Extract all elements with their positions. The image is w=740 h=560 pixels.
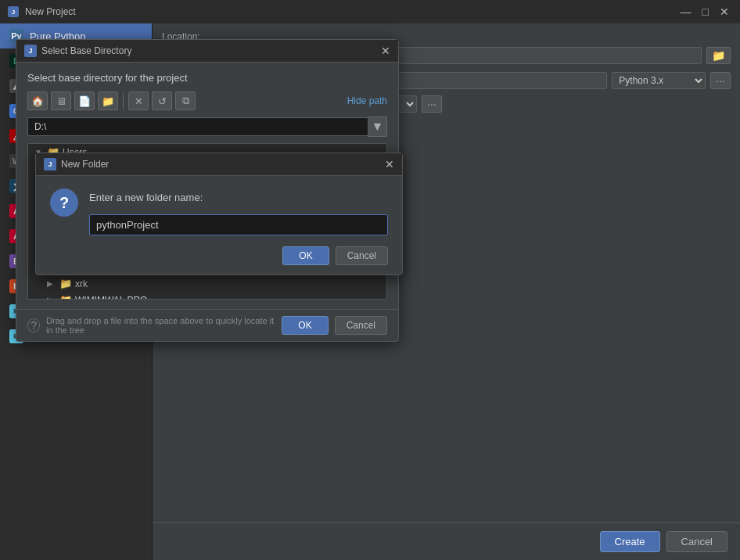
copy-path-button[interactable]: ⧉ <box>175 92 196 110</box>
interpreter-select[interactable]: Python 3.x <box>612 72 706 89</box>
footer-note: Drag and drop a file into the space abov… <box>46 316 282 335</box>
new-folder-label: Enter a new folder name: <box>89 188 388 203</box>
new-folder-body: ? Enter a new folder name: OK Cancel <box>36 176 402 275</box>
delete-button[interactable]: ✕ <box>128 92 149 110</box>
bottom-buttons: Create Cancel <box>153 522 740 560</box>
minimize-button[interactable]: — <box>677 5 695 18</box>
base-dir-title-bar: J Select Base Directory ✕ <box>16 40 398 63</box>
title-bar: J New Project — □ ✕ <box>0 0 740 23</box>
close-button[interactable]: ✕ <box>717 5 732 18</box>
new-folder-icon: J <box>44 158 56 171</box>
chevron-right-icon: ▶ <box>47 279 56 288</box>
tree-item-xrk[interactable]: ▶ 📁 xrk <box>28 275 386 292</box>
new-folder-title-left: J New Folder <box>44 158 109 171</box>
folder-icon: 📁 <box>59 278 72 289</box>
base-dir-close-button[interactable]: ✕ <box>381 45 390 57</box>
new-folder-title: New Folder <box>61 159 109 170</box>
window-controls: — □ ✕ <box>677 5 732 18</box>
home-button[interactable]: 🏠 <box>27 92 48 110</box>
maximize-button[interactable]: □ <box>699 5 712 18</box>
base-dir-title-left: J Select Base Directory <box>24 45 131 57</box>
base-dir-footer: ? Drag and drop a file into the space ab… <box>16 309 398 341</box>
toolbar-separator <box>123 93 124 109</box>
folder-icon: 📁 <box>59 294 72 300</box>
new-folder-buttons: OK Cancel <box>50 246 388 265</box>
new-folder-input[interactable] <box>89 214 388 235</box>
file-toolbar: 🏠 🖥 📄 📁 ✕ ↺ ⧉ Hide path <box>27 92 387 110</box>
new-folder-cancel-button[interactable]: Cancel <box>336 246 388 265</box>
help-icon[interactable]: ? <box>27 318 40 332</box>
base-dir-icon: J <box>24 45 37 57</box>
base-dir-subtitle: Select base directory for the project <box>27 72 387 84</box>
main-window: J New Project — □ ✕ Py Pure Python D Dja… <box>0 0 740 560</box>
path-dropdown-button[interactable]: ▼ <box>368 117 387 137</box>
question-icon: ? <box>50 188 78 217</box>
venv-browse-button[interactable]: ··· <box>422 95 442 113</box>
tree-item-wimimal[interactable]: ▶ 📁 WIMIMWAL PRO <box>28 292 386 300</box>
title-bar-left: J New Project <box>8 6 76 17</box>
create-button[interactable]: Create <box>600 531 660 552</box>
base-dir-title: Select Base Directory <box>41 45 131 56</box>
browse-folder-button[interactable]: 📁 <box>706 47 731 64</box>
tree-item-name: xrk <box>75 278 88 289</box>
refresh-button[interactable]: ↺ <box>152 92 172 110</box>
app-icon: J <box>8 6 19 17</box>
new-folder-close-button[interactable]: ✕ <box>385 158 394 171</box>
base-dir-cancel-button[interactable]: Cancel <box>335 316 387 335</box>
chevron-right-icon: ▶ <box>47 296 56 300</box>
path-row: ▼ <box>27 117 387 137</box>
tree-item-name: WIMIMWAL PRO <box>75 295 147 300</box>
base-dir-ok-button[interactable]: OK <box>282 316 328 335</box>
interpreter-browse-button[interactable]: ··· <box>710 72 731 89</box>
desktop-button[interactable]: 🖥 <box>51 92 71 110</box>
path-input[interactable] <box>27 117 368 136</box>
hide-path-link[interactable]: Hide path <box>347 95 387 106</box>
new-folder-modal: J New Folder ✕ ? Enter a new folder name… <box>35 153 403 275</box>
new-folder-button[interactable]: 📁 <box>98 92 118 110</box>
window-title: New Project <box>25 6 76 17</box>
documents-button[interactable]: 📄 <box>74 92 95 110</box>
new-folder-ok-button[interactable]: OK <box>282 246 329 265</box>
base-dir-footer-btns: OK Cancel <box>282 316 387 335</box>
cancel-main-button[interactable]: Cancel <box>666 531 727 552</box>
new-folder-title-bar: J New Folder ✕ <box>36 153 402 176</box>
